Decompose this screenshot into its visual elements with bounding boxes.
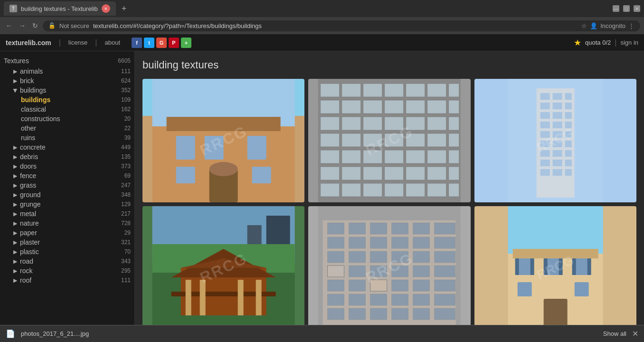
sidebar-item-roof[interactable]: ▶ roof 111 bbox=[0, 276, 134, 285]
sidebar-item-constructions[interactable]: constructions 20 bbox=[0, 114, 134, 124]
page-title: building textures bbox=[142, 59, 636, 71]
sidebar-label: metal bbox=[20, 210, 119, 218]
sidebar-item-classical[interactable]: classical 162 bbox=[0, 104, 134, 114]
image-cell-3[interactable]: RRCG bbox=[474, 79, 636, 202]
sidebar-count: 728 bbox=[121, 220, 131, 227]
sidebar-count: 20 bbox=[124, 115, 131, 122]
svg-rect-8 bbox=[176, 167, 195, 183]
add-icon[interactable]: + bbox=[181, 38, 191, 48]
sidebar-item-debris[interactable]: ▶ debris 135 bbox=[0, 152, 134, 162]
window-maximize-button[interactable]: □ bbox=[623, 5, 630, 12]
twitter-icon[interactable]: t bbox=[144, 38, 154, 48]
separator2: | bbox=[95, 38, 97, 47]
window-close-button[interactable]: ✕ bbox=[634, 5, 640, 12]
sidebar-item-ruins[interactable]: ruins 39 bbox=[0, 133, 134, 142]
sidebar-count: 373 bbox=[121, 163, 131, 170]
arrow-icon: ▶ bbox=[12, 88, 19, 92]
image-cell-4[interactable]: RRCG bbox=[142, 206, 304, 330]
nav-forward-button[interactable]: → bbox=[17, 20, 28, 31]
sidebar-count: 135 bbox=[121, 153, 131, 160]
svg-rect-9 bbox=[252, 167, 271, 183]
sidebar-count: 162 bbox=[121, 106, 131, 113]
window-minimize-button[interactable]: — bbox=[613, 5, 619, 12]
tab-close-button[interactable]: × bbox=[102, 4, 110, 13]
sidebar-count: 22 bbox=[124, 125, 131, 132]
download-filename: photos_2017_6_21....jpg bbox=[21, 330, 89, 337]
sidebar-label: concrete bbox=[20, 143, 119, 151]
sidebar-label: plaster bbox=[20, 238, 119, 246]
arrow-icon: ▶ bbox=[13, 173, 17, 179]
sidebar-item-rock[interactable]: ▶ rock 295 bbox=[0, 266, 134, 276]
download-file-icon: 📄 bbox=[6, 329, 15, 338]
sidebar-count: 129 bbox=[121, 201, 131, 208]
active-tab[interactable]: T building textures - Texturelib × bbox=[4, 1, 116, 16]
new-tab-button[interactable]: + bbox=[118, 4, 131, 14]
sidebar-count: 70 bbox=[124, 248, 131, 255]
sidebar-item-grunge[interactable]: ▶ grunge 129 bbox=[0, 200, 134, 209]
sidebar-count: 624 bbox=[121, 77, 131, 84]
social-icons: f t G P + bbox=[132, 38, 191, 48]
pinterest-icon[interactable]: P bbox=[169, 38, 179, 48]
address-bar-row: ← → ↻ 🔓 Not secure texturelib.com/#!/cat… bbox=[0, 17, 644, 34]
sidebar-item-brick[interactable]: ▶ brick 624 bbox=[0, 76, 134, 86]
sidebar-count: 321 bbox=[121, 239, 131, 246]
sidebar-label: roof bbox=[20, 276, 119, 284]
bookmark-icon[interactable]: ☆ bbox=[581, 22, 587, 29]
sidebar-count: 449 bbox=[121, 144, 131, 151]
sidebar-item-ground[interactable]: ▶ ground 348 bbox=[0, 190, 134, 200]
image-cell-2[interactable]: RRCG bbox=[308, 79, 470, 202]
arrow-icon: ▶ bbox=[13, 78, 17, 84]
sidebar-item-plaster[interactable]: ▶ plaster 321 bbox=[0, 238, 134, 247]
svg-rect-3 bbox=[176, 136, 195, 160]
sidebar-item-animals[interactable]: ▶ animals 111 bbox=[0, 66, 134, 76]
sidebar-label: brick bbox=[20, 77, 119, 85]
sidebar-item-metal[interactable]: ▶ metal 217 bbox=[0, 209, 134, 218]
sidebar-top-label: Textures bbox=[4, 57, 118, 65]
site-logo[interactable]: texturelib.com bbox=[6, 39, 51, 47]
sidebar-item-grass[interactable]: ▶ grass 247 bbox=[0, 180, 134, 190]
tab-favicon: T bbox=[9, 5, 17, 12]
sidebar-count: 343 bbox=[121, 258, 131, 265]
menu-icon[interactable]: ⋮ bbox=[628, 22, 635, 29]
star-icon[interactable]: ★ bbox=[574, 38, 581, 48]
google-plus-icon[interactable]: G bbox=[156, 38, 167, 48]
profile-icon[interactable]: 👤 bbox=[590, 22, 597, 29]
quota-text: quota 0/2 bbox=[585, 39, 611, 46]
image-cell-6[interactable]: RRCG bbox=[474, 206, 636, 330]
nav-back-button[interactable]: ← bbox=[4, 20, 14, 31]
nav-reload-button[interactable]: ↻ bbox=[30, 20, 40, 31]
address-bar[interactable]: 🔓 Not secure texturelib.com/#!/category/… bbox=[43, 20, 640, 31]
sidebar-label: buildings bbox=[20, 86, 119, 94]
facebook-icon[interactable]: f bbox=[132, 38, 142, 48]
arrow-icon: ▶ bbox=[13, 258, 17, 265]
sidebar-item-doors[interactable]: ▶ doors 373 bbox=[0, 162, 134, 171]
sign-in-link[interactable]: sign in bbox=[620, 39, 638, 46]
security-indicator: 🔓 bbox=[48, 22, 56, 29]
sidebar-item-buildings[interactable]: buildings 109 bbox=[0, 95, 134, 104]
sidebar-label: constructions bbox=[21, 115, 123, 123]
sidebar-count: 352 bbox=[121, 87, 131, 94]
arrow-icon: ▶ bbox=[13, 192, 17, 198]
image-cell-1[interactable]: RRCG bbox=[142, 79, 304, 202]
close-download-button[interactable]: ✕ bbox=[632, 329, 638, 338]
sidebar-top-item[interactable]: Textures 6605 bbox=[0, 55, 134, 66]
window-controls: — □ ✕ bbox=[613, 5, 640, 12]
sidebar-item-fence[interactable]: ▶ fence 69 bbox=[0, 171, 134, 180]
arrow-icon: ▶ bbox=[13, 268, 17, 274]
about-link[interactable]: about bbox=[104, 39, 120, 46]
sidebar-item-paper[interactable]: ▶ paper 29 bbox=[0, 228, 134, 238]
sidebar-label: plastic bbox=[20, 248, 123, 256]
url-text: texturelib.com/#!/category/?path=/Textur… bbox=[93, 22, 578, 29]
tab-bar: T building textures - Texturelib × + — □… bbox=[0, 0, 644, 17]
sidebar-item-buildings-parent[interactable]: ▶ buildings 352 bbox=[0, 86, 134, 95]
sidebar-item-road[interactable]: ▶ road 343 bbox=[0, 256, 134, 266]
show-all-button[interactable]: Show all bbox=[603, 330, 626, 337]
sidebar-item-concrete[interactable]: ▶ concrete 449 bbox=[0, 142, 134, 152]
svg-point-7 bbox=[209, 162, 238, 176]
sidebar-item-plastic[interactable]: ▶ plastic 70 bbox=[0, 247, 134, 256]
sidebar-item-nature[interactable]: ▶ nature 728 bbox=[0, 218, 134, 228]
license-link[interactable]: license bbox=[68, 39, 87, 46]
svg-rect-4 bbox=[205, 136, 224, 160]
image-cell-5[interactable]: RRCG bbox=[308, 206, 470, 330]
sidebar-item-other[interactable]: other 22 bbox=[0, 124, 134, 133]
